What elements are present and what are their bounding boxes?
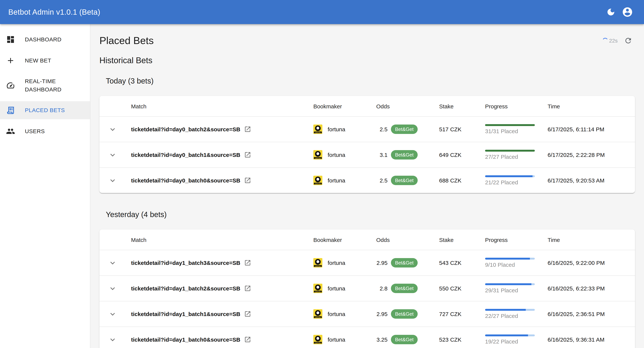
sidebar-item-dashboard[interactable]: DASHBOARD [0, 30, 90, 48]
odds-cell: 2.95 Bet&Get [376, 309, 439, 319]
match-cell: ticketdetail?id=day0_batch0&source=SB [126, 177, 313, 184]
progress-bar-fill [485, 258, 530, 260]
expand-row-button[interactable] [106, 333, 120, 346]
open-ticket-button[interactable] [244, 310, 251, 318]
expand-row-button[interactable] [106, 148, 120, 162]
column-header-stake: Stake [439, 103, 485, 109]
column-header-time: Time [548, 103, 635, 109]
open-ticket-button[interactable] [244, 336, 251, 343]
open-ticket-button[interactable] [244, 151, 251, 158]
progress-widget: 9/10 Placed [485, 258, 535, 268]
sidebar-item-label: DASHBOARD [25, 35, 62, 44]
bookmaker-name: fortuna [328, 152, 345, 158]
match-link[interactable]: ticketdetail?id=day1_batch1&source=SB [131, 311, 240, 317]
sidebar-item-new-bet[interactable]: NEW BET [0, 51, 90, 70]
time-value: 6/16/2025, 6:22:33 PM [548, 285, 605, 292]
bookmaker-name: fortuna [328, 177, 345, 184]
match-link[interactable]: ticketdetail?id=day1_batch2&source=SB [131, 285, 240, 292]
time-cell: 6/16/2025, 6:22:33 PM [548, 285, 635, 292]
promo-badge: Bet&Get [391, 150, 418, 160]
progress-cell: 21/22 Placed [485, 175, 548, 185]
odds-value: 2.95 [376, 260, 388, 266]
fortuna-logo-icon: FORTUNA [313, 284, 322, 293]
odds-cell: 2.5 Bet&Get [376, 124, 439, 134]
promo-badge: Bet&Get [391, 176, 418, 185]
bookmaker-cell: FORTUNA fortuna [313, 309, 376, 319]
fortuna-logo-icon: FORTUNA [313, 335, 322, 344]
odds-cell: 2.8 Bet&Get [376, 284, 439, 293]
bet-sections: Today (3 bets) Match Bookmaker Odds Stak… [100, 77, 635, 348]
progress-bar [485, 124, 535, 126]
spinner-icon [602, 38, 608, 44]
promo-badge: Bet&Get [391, 335, 418, 344]
progress-bar [485, 309, 535, 311]
expand-row-button[interactable] [106, 122, 120, 136]
odds-value: 2.5 [376, 126, 388, 132]
bets-table-card: Match Bookmaker Odds Stake Progress Time… [100, 230, 635, 348]
account-button[interactable] [619, 4, 636, 20]
open-ticket-button[interactable] [244, 259, 251, 266]
bookmaker-cell: FORTUNA fortuna [313, 124, 376, 134]
bet-row: ticketdetail?id=day1_batch1&source=SB FO… [100, 301, 635, 327]
svg-text:FORTUNA: FORTUNA [315, 342, 321, 344]
progress-widget: 29/31 Placed [485, 283, 535, 294]
account-circle-icon [622, 6, 633, 18]
open-ticket-button[interactable] [244, 126, 251, 133]
bets-table-card: Match Bookmaker Odds Stake Progress Time… [100, 96, 635, 193]
stake-cell: 727 CZK [439, 311, 485, 317]
bet-row: ticketdetail?id=day0_batch0&source=SB FO… [100, 167, 635, 193]
odds-cell: 3.25 Bet&Get [376, 335, 439, 344]
stake-value: 649 CZK [439, 152, 461, 158]
users-icon [6, 127, 15, 136]
open-ticket-button[interactable] [244, 177, 251, 184]
time-value: 6/16/2025, 2:36:51 PM [548, 311, 605, 317]
receipt-icon [6, 106, 15, 115]
column-header-odds: Odds [376, 236, 439, 243]
progress-cell: 27/27 Placed [485, 150, 548, 160]
match-link[interactable]: ticketdetail?id=day1_batch3&source=SB [131, 260, 240, 266]
bookmaker-name: fortuna [328, 336, 345, 343]
bet-row: ticketdetail?id=day1_batch3&source=SB FO… [100, 250, 635, 275]
expand-row-button[interactable] [106, 282, 120, 295]
open-ticket-button[interactable] [244, 285, 251, 292]
stake-cell: 550 CZK [439, 285, 485, 292]
sidebar-item-placed-bets[interactable]: PLACED BETS [0, 101, 90, 119]
refresh-button[interactable] [622, 34, 635, 47]
sidebar: DASHBOARDNEW BETREAL-TIME DASHBOARDPLACE… [0, 24, 90, 348]
sidebar-item-label: NEW BET [25, 56, 51, 65]
match-link[interactable]: ticketdetail?id=day1_batch0&source=SB [131, 336, 240, 343]
stake-cell: 649 CZK [439, 152, 485, 158]
plus-icon [6, 56, 15, 65]
sidebar-item-users[interactable]: USERS [0, 122, 90, 140]
match-cell: ticketdetail?id=day1_batch0&source=SB [126, 336, 313, 343]
match-link[interactable]: ticketdetail?id=day0_batch1&source=SB [131, 152, 240, 158]
progress-label: 31/31 Placed [485, 128, 535, 134]
odds-value: 3.1 [376, 152, 388, 158]
progress-bar [485, 335, 535, 336]
match-link[interactable]: ticketdetail?id=day0_batch0&source=SB [131, 177, 240, 184]
progress-label: 27/27 Placed [485, 153, 535, 160]
progress-bar-fill [485, 283, 532, 285]
open-in-new-icon [244, 259, 251, 266]
progress-label: 21/22 Placed [485, 179, 535, 185]
bookmaker-name: fortuna [328, 285, 345, 292]
time-cell: 6/17/2025, 9:20:53 AM [548, 177, 635, 184]
sidebar-item-real-time-dashboard[interactable]: REAL-TIME DASHBOARD [0, 73, 90, 98]
expand-row-button[interactable] [106, 256, 120, 270]
sidebar-nav: DASHBOARDNEW BETREAL-TIME DASHBOARDPLACE… [0, 24, 90, 142]
stake-value: 523 CZK [439, 336, 461, 343]
dark-mode-toggle[interactable] [602, 4, 619, 20]
match-link[interactable]: ticketdetail?id=day0_batch2&source=SB [131, 126, 240, 132]
promo-badge: Bet&Get [391, 309, 418, 319]
expand-cell [100, 307, 126, 321]
bet-section: Today (3 bets) Match Bookmaker Odds Stak… [100, 77, 635, 193]
bookmaker-cell: FORTUNA fortuna [313, 284, 376, 293]
odds-value: 2.5 [376, 177, 388, 184]
bookmaker-name: fortuna [328, 311, 345, 317]
expand-row-button[interactable] [106, 307, 120, 321]
page-header: Placed Bets 22s [100, 34, 635, 47]
stake-value: 688 CZK [439, 177, 461, 184]
chevron-down-icon [108, 310, 117, 319]
expand-row-button[interactable] [106, 174, 120, 187]
stake-value: 517 CZK [439, 126, 461, 132]
